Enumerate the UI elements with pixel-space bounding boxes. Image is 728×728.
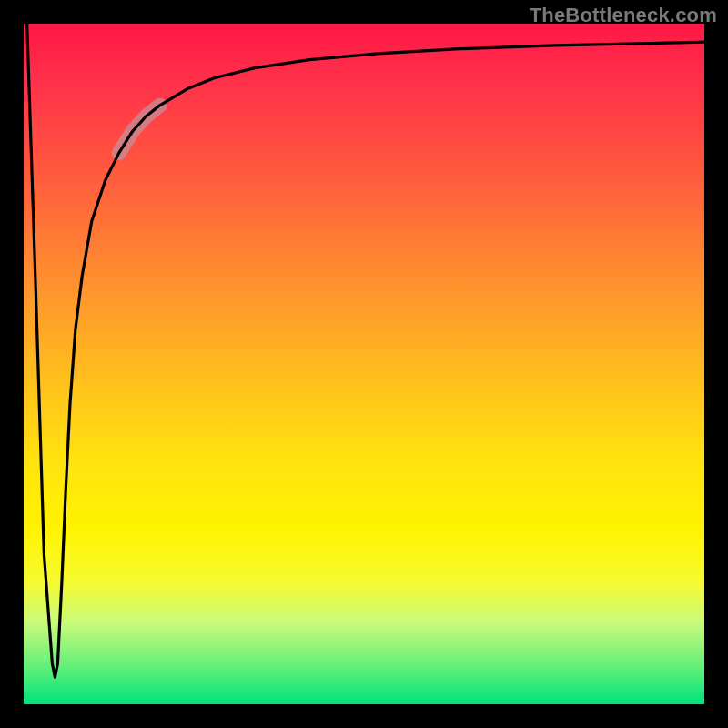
chart-container: TheBottleneck.com	[0, 0, 728, 728]
attribution-label: TheBottleneck.com	[530, 4, 717, 27]
curve-svg	[24, 24, 704, 704]
plot-area	[24, 24, 704, 704]
bottleneck-curve	[27, 24, 704, 677]
